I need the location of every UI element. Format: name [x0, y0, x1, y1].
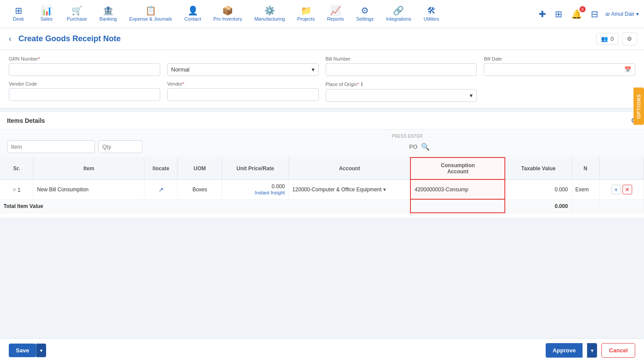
nav-item-expense[interactable]: 📋 Expense & Journals [124, 4, 177, 24]
notification-badge: 0 [579, 6, 586, 12]
nav-item-pro-inventory[interactable]: 📦 Pro Inventory [208, 4, 247, 24]
bill-date-field: Bill Date 📅 [484, 56, 635, 76]
utilities-icon: 🛠 [427, 6, 436, 15]
nav-right-actions: ✚ ⊞ 🔔 0 ⊟ ar Amul Dair ▾ [537, 7, 639, 21]
grid-view-button[interactable]: ⊞ [553, 7, 564, 21]
nav-item-settings[interactable]: ⚙ Settings [351, 4, 379, 24]
bill-number-label: Bill Number [326, 56, 477, 61]
vendor-code-input[interactable] [9, 88, 160, 101]
vendor-field: Vendor* [167, 81, 319, 102]
side-options-panel[interactable]: OPTIONS [633, 88, 644, 125]
banking-icon: 🏦 [103, 6, 114, 15]
type-select[interactable]: Normal ▾ [167, 63, 319, 76]
cell-allocate[interactable]: ↗ [144, 179, 178, 199]
qty-input[interactable] [98, 140, 142, 153]
manufacturing-icon: ⚙️ [264, 6, 275, 15]
type-label [167, 56, 319, 61]
add-new-button[interactable]: ✚ [537, 7, 548, 21]
item-search-input[interactable] [7, 140, 95, 153]
col-header-actions [599, 158, 644, 179]
grn-number-input[interactable] [9, 63, 160, 76]
back-button[interactable]: ‹ [7, 32, 13, 45]
reports-icon: 📈 [330, 6, 341, 15]
page-header-right: 👥 0 ⚙ [596, 32, 637, 45]
items-table: Sr. Item llocate UOM Unit Price/Rate Acc… [0, 157, 644, 213]
cell-item: New Bill Consumption [33, 179, 144, 199]
search-button[interactable]: 🔍 [421, 143, 430, 151]
total-actions-cell [599, 199, 644, 213]
place-of-origin-dropdown-icon: ▾ [470, 92, 473, 99]
col-header-item: Item [33, 158, 144, 179]
nav-item-reports[interactable]: 📈 Reports [322, 4, 349, 24]
col-header-unit-price: Unit Price/Rate [222, 158, 289, 179]
nav-label-purchase: Purchase [67, 16, 87, 22]
bill-number-input[interactable] [326, 63, 477, 76]
allocate-link-icon[interactable]: ↗ [158, 186, 164, 193]
layout-button[interactable]: ⊟ [589, 7, 600, 21]
bill-date-label: Bill Date [484, 56, 635, 61]
cell-consumption-account: 4200000003-Consump [410, 179, 505, 199]
nav-label-banking: Banking [99, 16, 117, 22]
page-header: ‹ Create Goods Receipt Note 👥 0 ⚙ [0, 28, 644, 50]
delete-row-button[interactable]: ✕ [622, 185, 632, 194]
account-dropdown-button[interactable]: ▾ [383, 186, 386, 193]
page-settings-button[interactable]: ⚙ [622, 32, 637, 45]
grn-number-field: GRN Number* [9, 56, 160, 76]
items-table-container: Sr. Item llocate UOM Unit Price/Rate Acc… [0, 157, 644, 218]
drag-handle-icon[interactable]: ≡ [13, 186, 16, 193]
sales-icon: 📊 [41, 6, 52, 15]
page-title: Create Goods Receipt Note [18, 34, 121, 43]
unit-price-value: 0.000 [226, 183, 285, 190]
type-field: Normal ▾ [167, 56, 319, 76]
nav-label-desk: Desk [13, 16, 24, 22]
nav-item-integrations[interactable]: 🔗 Integrations [381, 4, 416, 24]
expense-icon: 📋 [145, 6, 156, 15]
total-label-cell: Total Item Value [0, 199, 410, 213]
nav-label-integrations: Integrations [386, 16, 411, 22]
grn-number-label: GRN Number* [9, 56, 160, 61]
nav-label-sales: Sales [40, 16, 53, 22]
total-n-cell [572, 199, 599, 213]
form-area: GRN Number* Normal ▾ Bill Number Bill Da… [0, 50, 644, 108]
cell-account: 120000-Computer & Office Equipment ▾ [288, 179, 410, 199]
type-value: Normal [171, 66, 312, 73]
cell-sr: 1 [18, 187, 21, 193]
contact-icon: 👤 [187, 6, 198, 15]
col-header-uom: UOM [178, 158, 222, 179]
bill-date-input[interactable]: 📅 [484, 63, 635, 76]
cell-uom: Boxes [178, 179, 222, 199]
integrations-icon: 🔗 [393, 6, 404, 15]
nav-label-pro-inventory: Pro Inventory [213, 16, 242, 22]
nav-item-utilities[interactable]: 🛠 Utilities [418, 4, 445, 24]
total-consumption-cell [410, 199, 505, 213]
nav-item-sales[interactable]: 📊 Sales [33, 4, 60, 24]
consumption-account-value: 4200000003-Consump [414, 186, 468, 193]
user-dropdown-icon: ▾ [636, 11, 639, 17]
press-enter-hint: PRESS ENTER [7, 133, 430, 140]
cell-n: Exem [572, 179, 599, 199]
item-name: New Bill Consumption [37, 186, 88, 193]
total-value-cell: 0.000 [505, 199, 572, 213]
info-icon[interactable]: ℹ [361, 81, 363, 87]
nav-label-settings: Settings [356, 16, 374, 22]
vendor-input[interactable] [167, 88, 319, 101]
nav-item-manufacturing[interactable]: ⚙️ Manufacturing [249, 4, 290, 24]
place-of-origin-select[interactable]: ▾ [326, 89, 477, 102]
place-of-origin-field: Place of Origin* ℹ ▾ [326, 81, 477, 102]
user-menu[interactable]: ar Amul Dair ▾ [605, 11, 639, 17]
nav-item-desk[interactable]: ⊞ Desk [5, 4, 32, 24]
total-item-value-label: Total Item Value [4, 203, 43, 209]
user-count-icon: 👥 [601, 36, 608, 42]
user-count-button[interactable]: 👥 0 [596, 33, 619, 45]
user-count-value: 0 [611, 36, 614, 42]
instant-insight-link[interactable]: Instant Insight [255, 190, 285, 195]
nav-item-banking[interactable]: 🏦 Banking [94, 4, 122, 24]
notification-button[interactable]: 🔔 0 [569, 7, 584, 21]
nav-item-projects[interactable]: 📁 Projects [292, 4, 320, 24]
nav-item-purchase[interactable]: 🛒 Purchase [61, 4, 92, 24]
add-row-button[interactable]: + [611, 185, 621, 194]
col-header-consumption-account: Consumption Account [410, 158, 505, 179]
settings-nav-icon: ⚙ [361, 6, 369, 15]
items-header: Items Details ⚙ [0, 112, 644, 129]
nav-item-contact[interactable]: 👤 Contact [179, 4, 206, 24]
